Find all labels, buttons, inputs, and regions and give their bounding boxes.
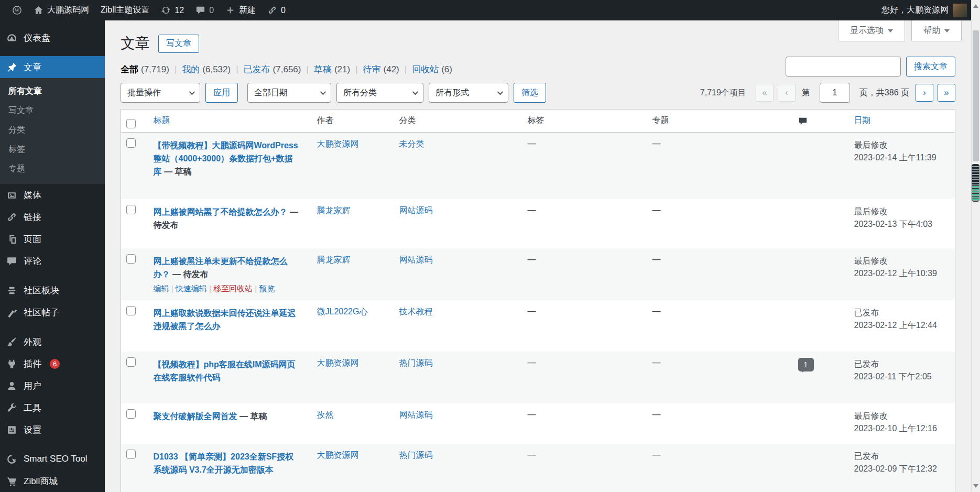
date-value: 2023-02-12 上午10:39 bbox=[854, 267, 950, 280]
row-checkbox[interactable] bbox=[126, 409, 136, 419]
chevron-down-icon bbox=[888, 29, 893, 32]
date-filter-select[interactable]: 全部日期 bbox=[247, 83, 331, 103]
sidebar-item-label: 用户 bbox=[24, 380, 41, 392]
site-name: 大鹏源码网 bbox=[47, 5, 89, 16]
topic-empty-dash: — bbox=[652, 307, 661, 315]
post-title-link[interactable]: 网上赌被网站黑了不给提款怎么办？ bbox=[154, 207, 288, 216]
page-scrollbar[interactable] bbox=[971, 0, 980, 492]
search-box: 搜索文章 bbox=[786, 57, 955, 76]
post-title-link[interactable]: 聚支付破解版全网首发 bbox=[154, 412, 237, 421]
last-page-button[interactable]: » bbox=[938, 84, 955, 102]
filter-link-草稿[interactable]: 草稿(21) bbox=[314, 63, 350, 75]
sidebar-item-tools[interactable]: 工具 bbox=[0, 397, 105, 419]
home-icon bbox=[34, 5, 43, 15]
filter-link-待审[interactable]: 待审(42) bbox=[363, 63, 399, 75]
author-link[interactable]: 大鹏资源网 bbox=[317, 139, 359, 148]
filter-link-已发布[interactable]: 已发布(7,656) bbox=[244, 63, 301, 75]
zibll-theme-settings-link[interactable]: Zibll主题设置 bbox=[95, 0, 155, 20]
filter-link-全部[interactable]: 全部(7,719) bbox=[121, 63, 169, 75]
sidebar-item-dashboard[interactable]: 仪表盘 bbox=[0, 27, 105, 49]
scrollbar-thumb[interactable] bbox=[973, 30, 979, 161]
filter-link-回收站[interactable]: 回收站(6) bbox=[412, 63, 452, 75]
category-filter-select[interactable]: 所有分类 bbox=[336, 83, 423, 103]
author-link[interactable]: 腾龙家辉 bbox=[317, 206, 351, 215]
category-link[interactable]: 网站源码 bbox=[399, 410, 433, 419]
wordpress-logo-icon[interactable]: W bbox=[6, 0, 28, 20]
sidebar-item-pages[interactable]: 页面 bbox=[0, 228, 105, 250]
sidebar-item-smart-seo-tool[interactable]: Smart SEO Tool bbox=[0, 448, 105, 470]
account-menu[interactable]: 您好，大鹏资源网 bbox=[876, 0, 973, 20]
row-checkbox[interactable] bbox=[126, 306, 136, 315]
author-link[interactable]: 大鹏资源网 bbox=[317, 358, 359, 367]
site-home-link[interactable]: 大鹏源码网 bbox=[28, 0, 95, 20]
submenu-item-all-posts[interactable]: 所有文章 bbox=[0, 82, 105, 101]
row-action-快速编辑[interactable]: 快速编辑 bbox=[176, 284, 207, 293]
submenu-item-tags[interactable]: 标签 bbox=[0, 140, 105, 159]
filter-count: (6) bbox=[441, 64, 452, 74]
updates-link[interactable]: 12 bbox=[155, 0, 190, 20]
select-all-checkbox[interactable] bbox=[126, 119, 136, 128]
sidebar-item-plugins[interactable]: 插件6 bbox=[0, 353, 105, 375]
row-action-预览[interactable]: 预览 bbox=[259, 284, 275, 293]
submenu-item-topics[interactable]: 专题 bbox=[0, 159, 105, 179]
scroll-up-icon[interactable] bbox=[973, 4, 978, 8]
category-link[interactable]: 热门源码 bbox=[399, 451, 433, 460]
author-link[interactable]: 孜然 bbox=[317, 410, 334, 419]
sidebar-item-posts[interactable]: 文章 bbox=[0, 56, 105, 78]
add-new-post-button[interactable]: 写文章 bbox=[158, 35, 199, 53]
post-title-link[interactable]: D1033 【简单亲测】2023全新SF授权系统源码 V3.7全开源无加密版本 bbox=[154, 452, 294, 474]
comment-count-badge[interactable]: 1 bbox=[798, 358, 814, 371]
filter-link-我的[interactable]: 我的(6,532) bbox=[182, 63, 231, 75]
broken-links-link[interactable]: 0 bbox=[262, 0, 291, 20]
scroll-down-icon[interactable] bbox=[973, 484, 978, 488]
sidebar-item-community-sections[interactable]: 社区板块 bbox=[0, 279, 105, 301]
post-title-link[interactable]: 【视频教程】php客服在线IM源码网页在线客服软件代码 bbox=[154, 360, 296, 382]
sidebar-item-community-posts[interactable]: 社区帖子 bbox=[0, 301, 105, 323]
sidebar-item-media[interactable]: 媒体 bbox=[0, 184, 105, 206]
search-posts-button[interactable]: 搜索文章 bbox=[906, 57, 955, 76]
author-link[interactable]: 大鹏资源网 bbox=[317, 451, 359, 460]
apply-button[interactable]: 应用 bbox=[205, 83, 238, 103]
next-page-button[interactable]: › bbox=[916, 84, 933, 102]
search-input[interactable] bbox=[786, 57, 901, 76]
author-link[interactable]: 腾龙家辉 bbox=[317, 255, 351, 264]
row-checkbox[interactable] bbox=[126, 357, 136, 367]
post-status: — 草稿 bbox=[162, 167, 192, 176]
format-filter-select[interactable]: 所有形式 bbox=[429, 83, 508, 103]
category-link[interactable]: 网站源码 bbox=[399, 255, 433, 264]
table-header-row: 标题 作者 分类 标签 专题 日期 bbox=[121, 110, 955, 133]
row-checkbox[interactable] bbox=[126, 205, 136, 214]
sidebar-item-appearance[interactable]: 外观 bbox=[0, 331, 105, 353]
sidebar-item-links[interactable]: 链接 bbox=[0, 206, 105, 228]
sidebar-item-users[interactable]: 用户 bbox=[0, 375, 105, 397]
date-cell: 已发布2023-02-12 上午12:44 bbox=[849, 300, 955, 352]
date-value: 2023-02-13 下午4:03 bbox=[854, 218, 950, 231]
help-button[interactable]: 帮助 bbox=[911, 20, 962, 41]
submenu-item-new-post[interactable]: 写文章 bbox=[0, 101, 105, 121]
admin-comments-link[interactable]: 0 bbox=[190, 0, 220, 20]
row-checkbox[interactable] bbox=[126, 254, 136, 264]
row-action-编辑[interactable]: 编辑 bbox=[154, 284, 169, 293]
author-link[interactable]: 微JL2022G心 bbox=[317, 307, 368, 316]
submenu-item-categories[interactable]: 分类 bbox=[0, 121, 105, 140]
sidebar-item-zibll-shop[interactable]: Zibll商城 bbox=[0, 470, 105, 492]
category-link[interactable]: 技术教程 bbox=[399, 307, 433, 316]
row-checkbox[interactable] bbox=[126, 138, 136, 148]
category-link[interactable]: 未分类 bbox=[399, 139, 424, 148]
current-page-input[interactable] bbox=[820, 83, 850, 103]
admin-menu: 仪表盘文章所有文章写文章分类标签专题媒体链接页面评论社区板块社区帖子外观插件6用… bbox=[0, 27, 105, 492]
sidebar-item-label: 媒体 bbox=[24, 189, 41, 201]
column-date[interactable]: 日期 bbox=[849, 110, 955, 133]
screen-options-button[interactable]: 显示选项 bbox=[838, 20, 905, 41]
filter-button[interactable]: 筛选 bbox=[514, 83, 546, 103]
sidebar-item-settings[interactable]: 设置 bbox=[0, 419, 105, 441]
sidebar-item-comments[interactable]: 评论 bbox=[0, 250, 105, 272]
row-checkbox[interactable] bbox=[126, 450, 136, 459]
bulk-actions-select[interactable]: 批量操作 bbox=[121, 83, 200, 103]
row-action-移至回收站[interactable]: 移至回收站 bbox=[213, 284, 253, 293]
post-title-link[interactable]: 网上赌取款说数据未回传还说注单延迟违规被黑了怎么办 bbox=[154, 309, 296, 331]
category-link[interactable]: 热门源码 bbox=[399, 358, 433, 367]
column-title[interactable]: 标题 bbox=[148, 110, 312, 133]
new-content-link[interactable]: 新建 bbox=[220, 0, 262, 20]
category-link[interactable]: 网站源码 bbox=[399, 206, 433, 215]
